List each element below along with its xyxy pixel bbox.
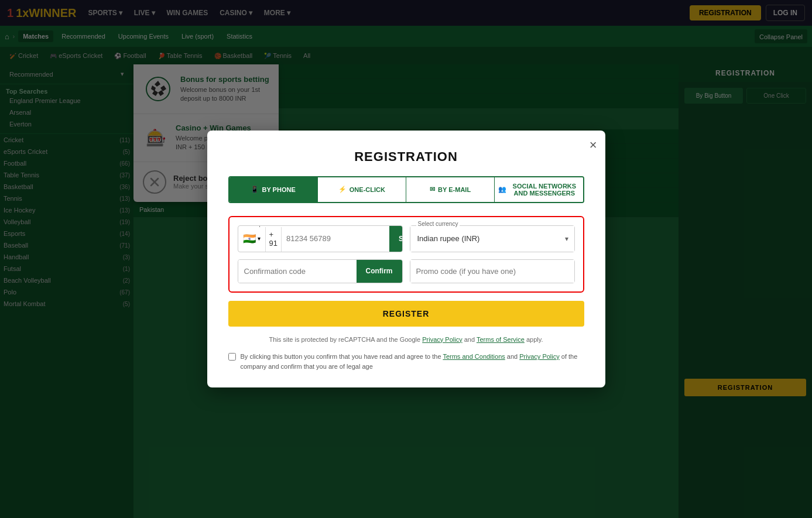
phone-input[interactable] xyxy=(282,226,389,252)
legal-text: This site is protected by reCAPTCHA and … xyxy=(228,335,584,345)
phone-flag[interactable]: 🇮🇳 ▾ xyxy=(238,226,266,252)
phone-label: Your phone number xyxy=(244,225,299,227)
registration-modal: × REGISTRATION 📱 BY PHONE ⚡ ONE-CLICK ✉ … xyxy=(207,131,605,388)
privacy-policy2-link[interactable]: Privacy Policy xyxy=(519,353,559,360)
privacy-policy-link[interactable]: Privacy Policy xyxy=(422,336,462,343)
promo-code-input[interactable] xyxy=(410,260,574,283)
modal-overlay: × REGISTRATION 📱 BY PHONE ⚡ ONE-CLICK ✉ … xyxy=(0,0,812,518)
tab-social-networks[interactable]: 👥 SOCIAL NETWORKS AND MESSENGERS xyxy=(495,177,583,202)
confirm-button[interactable]: Confirm xyxy=(357,260,402,283)
form-row-phone-currency: Your phone number 🇮🇳 ▾ + 91 Send SMS Sel… xyxy=(238,225,575,252)
tab-one-click[interactable]: ⚡ ONE-CLICK xyxy=(318,177,406,202)
confirmation-code-input[interactable] xyxy=(238,260,357,283)
send-sms-button[interactable]: Send SMS xyxy=(389,226,403,252)
phone-group: Your phone number 🇮🇳 ▾ + 91 Send SMS xyxy=(238,225,403,252)
phone-tab-icon: 📱 xyxy=(251,186,259,193)
chevron-down-icon: ▾ xyxy=(258,235,261,242)
registration-form-highlighted: Your phone number 🇮🇳 ▾ + 91 Send SMS Sel… xyxy=(228,216,584,293)
social-tab-icon: 👥 xyxy=(498,186,506,193)
register-button[interactable]: REGISTER xyxy=(228,301,584,327)
modal-close-button[interactable]: × xyxy=(590,139,597,152)
email-tab-icon: ✉ xyxy=(430,186,435,193)
confirm-group: Confirm xyxy=(238,259,403,283)
terms-checkbox[interactable] xyxy=(228,353,236,361)
form-row-confirm-promo: Confirm xyxy=(238,259,575,283)
tab-by-phone[interactable]: 📱 BY PHONE xyxy=(229,177,318,202)
oneclick-tab-icon: ⚡ xyxy=(338,186,347,193)
currency-select[interactable]: Indian rupee (INR) US Dollar (USD) Euro … xyxy=(410,226,574,252)
tab-by-email[interactable]: ✉ BY E-MAIL xyxy=(406,177,495,202)
registration-tabs: 📱 BY PHONE ⚡ ONE-CLICK ✉ BY E-MAIL 👥 SOC… xyxy=(228,176,584,203)
promo-group xyxy=(410,259,575,283)
phone-prefix: + 91 xyxy=(266,226,282,252)
terms-of-service-link[interactable]: Terms of Service xyxy=(477,336,525,343)
currency-label: Select currency xyxy=(416,221,460,227)
terms-conditions-link[interactable]: Terms and Conditions xyxy=(443,353,505,360)
currency-group: Select currency Indian rupee (INR) US Do… xyxy=(410,225,575,252)
modal-title: REGISTRATION xyxy=(228,149,584,164)
terms-row: By clicking this button you confirm that… xyxy=(228,352,584,371)
